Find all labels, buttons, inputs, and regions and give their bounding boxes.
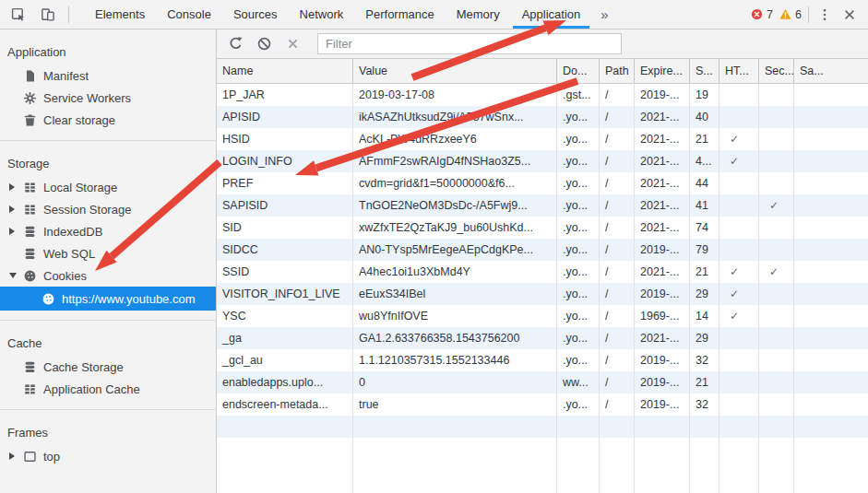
cookie-row-apisid[interactable]: APISIDikASAZhUtksudZ9i/A557wSnx....yo...… xyxy=(217,106,868,128)
cookie-cell-http[interactable]: ✓ xyxy=(719,283,758,305)
cookie-cell-name[interactable]: VISITOR_INFO1_LIVE xyxy=(217,283,352,305)
cookie-cell-secure[interactable] xyxy=(758,84,793,106)
cookie-cell-secure[interactable] xyxy=(758,393,793,416)
cookie-cell-size[interactable]: 79 xyxy=(689,239,719,261)
cookie-row-1p-jar[interactable]: 1P_JAR2019-03-17-08.gst.../2019-...19 xyxy=(217,84,868,106)
cookie-cell-expires[interactable]: 2021-... xyxy=(634,261,689,283)
column-header-ht[interactable]: HT... xyxy=(719,59,758,83)
cookie-cell-secure[interactable] xyxy=(758,172,793,194)
cookie-cell-domain[interactable]: .yo... xyxy=(556,305,599,327)
cookie-cell-size[interactable]: 44 xyxy=(689,172,719,194)
cookie-cell-name[interactable]: _ga xyxy=(217,327,352,349)
cookie-cell-size[interactable]: 4... xyxy=(689,150,719,172)
cookie-cell-domain[interactable]: .yo... xyxy=(556,128,599,150)
cookie-cell-http[interactable]: ✓ xyxy=(719,305,758,327)
cookie-cell-path[interactable]: / xyxy=(599,172,634,194)
chevron-right-icon[interactable] xyxy=(9,452,22,460)
cookie-cell-samesite[interactable] xyxy=(793,261,868,283)
cookie-cell-value[interactable]: AcKL-PW4dRRzxeeY6 xyxy=(352,128,556,150)
cookie-cell-samesite[interactable] xyxy=(793,194,868,217)
cookie-cell-expires[interactable]: 2019-... xyxy=(634,393,689,416)
cookie-cell-value[interactable]: 0 xyxy=(352,371,556,393)
cookie-cell-secure[interactable]: ✓ xyxy=(758,261,793,283)
sidebar-item-web-sql[interactable]: Web SQL xyxy=(0,242,216,264)
cookie-cell-name[interactable]: 1P_JAR xyxy=(217,84,352,106)
tab-network[interactable]: Network xyxy=(289,0,355,29)
cookie-row-sid[interactable]: SIDxwZfxTE2QzTaKJ9_bu60UshKd....yo.../20… xyxy=(217,217,868,239)
cookie-cell-expires[interactable]: 2019-... xyxy=(634,283,689,305)
tab-elements[interactable]: Elements xyxy=(84,0,156,29)
cookie-cell-http[interactable] xyxy=(719,393,758,416)
cookie-cell-path[interactable]: / xyxy=(599,106,634,128)
cookie-cell-samesite[interactable] xyxy=(793,106,868,128)
device-toolbar-button[interactable] xyxy=(39,6,57,24)
cookie-cell-http[interactable] xyxy=(719,371,758,393)
cookie-cell-secure[interactable] xyxy=(758,349,793,371)
cookie-cell-path[interactable]: / xyxy=(599,84,634,106)
cookie-cell-value[interactable]: A4hec1oi1u3XbMd4Y xyxy=(352,261,556,283)
more-tabs-button[interactable]: » xyxy=(591,6,617,22)
cookie-cell-size[interactable]: 21 xyxy=(689,261,719,283)
cookie-row-ssid[interactable]: SSIDA4hec1oi1u3XbMd4Y.yo.../2021-...21✓✓ xyxy=(217,261,868,283)
cookie-cell-samesite[interactable] xyxy=(793,239,868,261)
cookie-cell-value[interactable]: eEuxS34IBel xyxy=(352,283,556,305)
cookie-cell-expires[interactable]: 2019-... xyxy=(634,349,689,371)
cookie-cell-size[interactable]: 32 xyxy=(689,349,719,371)
sidebar-item-https-www-youtube-com[interactable]: https://www.youtube.com xyxy=(0,287,216,311)
cookie-cell-value[interactable]: AFmmF2swRAIgD4fNSHao3Z5... xyxy=(352,150,556,172)
chevron-right-icon[interactable] xyxy=(9,228,22,235)
cookie-cell-expires[interactable]: 2019-... xyxy=(634,84,689,106)
cookie-cell-expires[interactable]: 2019-... xyxy=(634,371,689,393)
cookie-cell-name[interactable]: SID xyxy=(217,217,352,239)
cookie-cell-expires[interactable]: 1969-... xyxy=(634,305,689,327)
cookie-cell-samesite[interactable] xyxy=(793,128,868,150)
refresh-button[interactable] xyxy=(226,35,244,53)
cookie-cell-value[interactable]: 1.1.1210357315.1552133446 xyxy=(352,349,556,371)
cookie-cell-value[interactable]: AN0-TYsp5MrEegeAEpCdgKPe... xyxy=(352,239,556,261)
cookie-row-enabledapps-uplo[interactable]: enabledapps.uplo...0ww.../2019-...21 xyxy=(217,371,868,393)
cookie-cell-domain[interactable]: .yo... xyxy=(556,172,599,194)
cookie-cell-value[interactable]: true xyxy=(352,393,556,416)
cookie-cell-size[interactable]: 74 xyxy=(689,217,719,239)
cookie-row-sidcc[interactable]: SIDCCAN0-TYsp5MrEegeAEpCdgKPe....yo.../2… xyxy=(217,239,868,261)
tab-console[interactable]: Console xyxy=(156,0,222,29)
cookie-cell-size[interactable]: 19 xyxy=(689,84,719,106)
cookie-cell-expires[interactable]: 2021-... xyxy=(634,106,689,128)
cookie-cell-samesite[interactable] xyxy=(793,393,868,416)
cookie-cell-domain[interactable]: .yo... xyxy=(556,150,599,172)
column-header-value[interactable]: Value xyxy=(352,59,556,83)
cookie-cell-name[interactable]: _gcl_au xyxy=(217,349,352,371)
cookie-cell-secure[interactable] xyxy=(758,283,793,305)
column-header-name[interactable]: Name xyxy=(217,59,352,83)
cookie-cell-name[interactable]: enabledapps.uplo... xyxy=(217,371,352,393)
cookie-cell-secure[interactable] xyxy=(758,327,793,349)
cookie-cell-domain[interactable]: .yo... xyxy=(556,194,599,217)
cookie-cell-value[interactable]: cvdm=grid&f1=50000000&f6... xyxy=(352,172,556,194)
sidebar-item-clear-storage[interactable]: Clear storage xyxy=(0,109,216,131)
column-header-s[interactable]: S... xyxy=(689,59,719,83)
cookie-cell-domain[interactable]: .yo... xyxy=(556,393,599,416)
sidebar-item-cookies[interactable]: Cookies xyxy=(0,264,216,287)
cookie-row-ysc[interactable]: YSCwu8YfnIfOVE.yo.../1969-...14✓ xyxy=(217,305,868,327)
cookie-cell-name[interactable]: SAPISID xyxy=(217,194,352,217)
devtools-menu-button[interactable] xyxy=(815,6,834,24)
cookie-cell-path[interactable]: / xyxy=(599,150,634,172)
cookie-row-hsid[interactable]: HSIDAcKL-PW4dRRzxeeY6.yo.../2021-...21✓ xyxy=(217,128,868,150)
column-header-sa[interactable]: Sa... xyxy=(793,59,868,83)
cookie-cell-secure[interactable] xyxy=(758,128,793,150)
cookie-cell-samesite[interactable] xyxy=(793,305,868,327)
sidebar-item-indexeddb[interactable]: IndexedDB xyxy=(0,220,216,242)
cookie-cell-value[interactable]: xwZfxTE2QzTaKJ9_bu60UshKd... xyxy=(352,217,556,239)
cookie-cell-size[interactable]: 32 xyxy=(689,393,719,416)
cookie-cell-value[interactable]: 2019-03-17-08 xyxy=(352,84,556,106)
chevron-right-icon[interactable] xyxy=(9,205,22,213)
cookie-cell-secure[interactable] xyxy=(758,106,793,128)
column-header-do[interactable]: Do... xyxy=(556,59,599,83)
cookie-cell-secure[interactable] xyxy=(758,305,793,327)
cookie-cell-samesite[interactable] xyxy=(793,349,868,371)
cookie-cell-domain[interactable]: .yo... xyxy=(556,106,599,128)
clear-all-cookies-button[interactable] xyxy=(255,35,273,53)
cookie-row-pref[interactable]: PREFcvdm=grid&f1=50000000&f6....yo.../20… xyxy=(217,172,868,194)
chevron-right-icon[interactable] xyxy=(9,183,22,191)
cookie-cell-path[interactable]: / xyxy=(599,194,634,217)
